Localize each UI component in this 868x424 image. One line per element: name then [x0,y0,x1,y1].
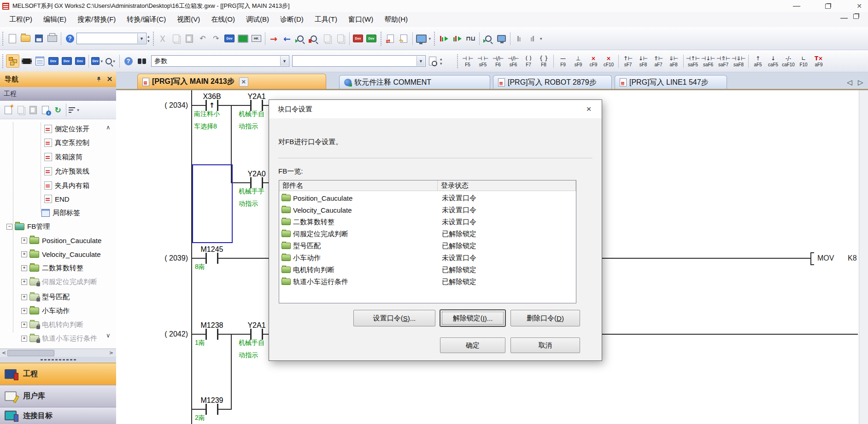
find-target-combo[interactable]: 参数 ▼ [151,55,289,67]
tab-close-icon[interactable]: ✕ [239,77,248,87]
tree-item-program[interactable]: 装箱滚筒 [0,151,115,163]
toolbar-grip[interactable] [2,54,3,68]
monitor-stop-icon[interactable] [308,32,320,45]
compare-icon[interactable] [334,32,347,45]
tree-item-fb-root[interactable]: − FB管理 [0,220,115,233]
ladder-application-button[interactable]: { }F8 [536,52,551,70]
device-test-icon[interactable] [495,32,508,45]
nav-button-project[interactable]: 工程 [0,363,116,385]
menu-help[interactable]: 帮助(H) [379,14,413,26]
mdi-restore-button[interactable] [853,14,859,19]
ladder-delete-text-button[interactable]: T×aF9 [811,52,827,70]
ladder-step-button[interactable]: ∟F10 [796,52,811,70]
navigation-toggle-icon[interactable] [6,54,19,68]
contact-m1238[interactable] [205,329,218,340]
menu-debug[interactable]: 调试(B) [240,14,275,26]
contact-m1245[interactable] [205,253,218,264]
tree-horizontal-scrollbar[interactable]: < > [0,348,116,357]
fb-list-row[interactable]: 二数算数转整 未设置口令 [279,216,576,228]
tree-scroll-up-icon[interactable]: ∧ [106,124,111,131]
ladder-coil-button[interactable]: ( )F7 [521,52,536,70]
tree-item-fb[interactable]: + 二数算数转整 [0,261,115,274]
device-comment-icon[interactable]: Dev [223,32,236,45]
ladder-vline-button[interactable]: ⊥sF9 [571,52,586,70]
toolbar-grip[interactable] [457,54,458,68]
cancel-button[interactable]: 取消 [510,337,580,353]
ladder-hline-button[interactable]: —F9 [556,52,571,70]
toolbar-options-icon[interactable]: ▴▾ [440,57,442,66]
tab-device-comment[interactable]: 软元件注释 COMMENT [339,75,490,89]
toolbar-grip[interactable] [381,32,381,46]
tree-item-fb-locked[interactable]: + 伺服定位完成判断 [0,275,115,288]
tree-item-fb-locked[interactable]: + 型号匹配 [0,290,115,303]
device-memory-icon[interactable]: Dev [60,55,73,67]
fb-list-row[interactable]: 伺服定位完成判断 已解除锁定 [279,228,576,240]
device-display-icon[interactable]: Dev▾ [91,55,104,67]
chevron-down-icon[interactable]: ▼ [280,56,288,66]
tab-scroll-right-icon[interactable]: ▷ [858,78,863,87]
tree-item-program[interactable]: 侧定位张开 [0,122,115,135]
tree-item-fb[interactable]: + Velocity_Cauculate [0,248,115,261]
doc-transfer-yellow-icon[interactable]: ↷ [398,32,410,45]
ok-button[interactable]: 确定 [440,337,505,353]
copy-data-icon[interactable] [15,104,26,116]
menu-online[interactable]: 在线(O) [205,14,240,26]
tree-item-fb[interactable]: + 小车动作 [0,304,115,317]
intelligent-module-icon[interactable] [20,55,33,67]
fb-list-row[interactable]: 小车动作 未设置口令 [279,252,576,264]
tab-scroll-left-icon[interactable]: ◁ [847,78,852,87]
find-text-combo[interactable]: ▼ [292,55,426,67]
redo-icon[interactable]: ↷ [210,32,223,45]
copy-icon[interactable] [170,32,182,45]
watch-disabled-icon[interactable] [526,32,539,45]
expand-icon[interactable]: + [21,336,27,342]
verify-icon[interactable] [321,32,334,45]
ladder-rising-pulse-button[interactable]: ↑⊢sF7 [621,52,636,70]
paste-icon[interactable] [183,32,196,45]
ladder-rising-pulse-branch-button[interactable]: ⇑⊢aF7 [651,52,666,70]
tab-line1-program[interactable]: [PRG]写入 LINE1 547步 [615,75,727,89]
ladder-delete-hline-button[interactable]: ×cF9 [586,52,601,70]
editor-vertical-scrollbar[interactable] [859,90,868,424]
ladder-invert-rising-button[interactable]: ↑aF5 [751,52,766,70]
watch-start-icon[interactable] [438,32,450,45]
read-from-plc-icon[interactable]: ← [281,32,293,45]
menu-project[interactable]: 工程(P) [4,14,38,26]
undo-icon[interactable]: ↶ [197,32,209,45]
expand-icon[interactable]: + [21,322,27,328]
fb-list-row[interactable]: Position_Cauculate 未设置口令 [279,192,576,204]
mdi-minimize-button[interactable]: — [840,14,848,22]
device-read-icon[interactable]: Dev [365,32,378,45]
tab-robot-program[interactable]: [PRG]写入 ROBOT 2879步 [493,75,612,89]
restore-button[interactable] [820,0,836,12]
device-comment-edit-icon[interactable]: Dev [47,55,59,67]
nav-button-user-library[interactable]: 用户库 [0,385,116,407]
ladder-pulse-ne-branch-button[interactable]: ⊣↓⊢saF6 [701,52,716,70]
ladder-closed-branch-button[interactable]: ⊣/⊢sF6 [506,52,521,70]
remote-monitor-icon[interactable] [415,32,428,45]
paste-data-icon[interactable] [27,104,39,116]
device-write-icon[interactable]: Dev [352,32,364,45]
menu-window[interactable]: 窗口(W) [343,14,379,26]
ladder-invert-falling-button[interactable]: ↓caF5 [766,52,781,70]
minimize-button[interactable]: — [789,0,804,12]
toolbar-options-icon[interactable]: ▴▾ [147,34,150,43]
pulse-monitor-icon[interactable]: ⊓⊔ [464,32,477,45]
device-find-icon[interactable]: ▾ [105,55,117,67]
tree-item-local-label[interactable]: 局部标签 [0,206,115,219]
cut-icon[interactable] [157,32,169,45]
tree-item-program[interactable]: 允许预装线 [0,165,115,178]
collapse-icon[interactable]: − [6,224,12,230]
ladder-closed-contact-button[interactable]: ⊣/⊢F6 [491,52,506,70]
watch-disabled-icon[interactable] [513,32,525,45]
data-info-icon[interactable]: i [40,104,51,116]
column-header-name[interactable]: 部件名 [279,180,438,191]
ladder-cursor[interactable] [192,164,233,243]
find-binoculars-icon[interactable] [135,55,148,67]
menu-diagnostics[interactable]: 诊断(D) [275,14,309,26]
menu-edit[interactable]: 编辑(E) [38,14,72,26]
toolbar-grip[interactable] [434,32,435,46]
nav-button-connection[interactable]: 连接目标 [0,407,116,424]
menu-tools[interactable]: 工具(T) [309,14,343,26]
chevron-down-icon[interactable]: ▼ [137,34,146,43]
